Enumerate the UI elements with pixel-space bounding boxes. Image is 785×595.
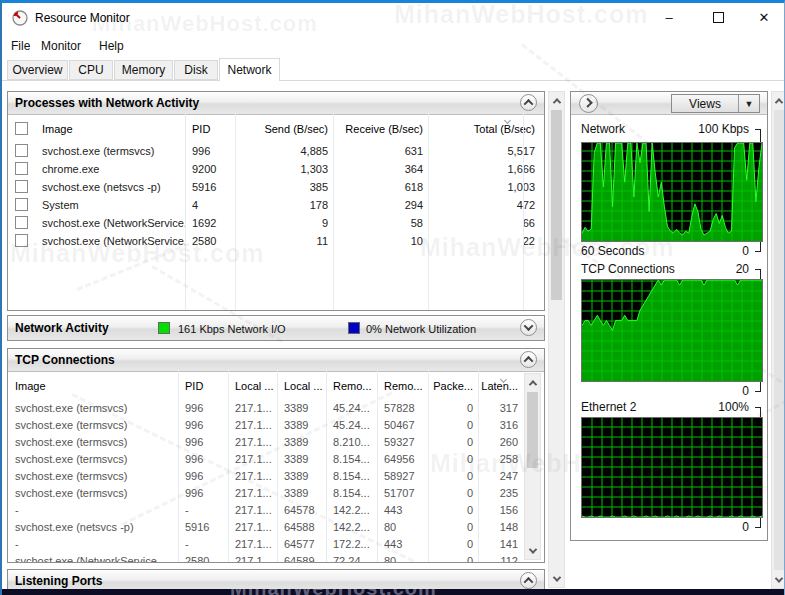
cell-image: svchost.exe (netsvcs -p) [8,521,178,533]
row-checkbox[interactable] [15,180,28,193]
tcp-panel-title: TCP Connections [15,353,115,367]
col-remote-port[interactable]: Remo... [377,380,428,392]
tab-cpu[interactable]: CPU [69,60,113,80]
cell-remote-port: 443 [377,538,428,550]
tcp-row[interactable]: svchost.exe (netsvcs -p) 5916 217.1... 6… [8,518,524,535]
tcp-row[interactable]: - - 217.1... 64578 142.2... 443 0 156 [8,501,524,518]
cell-image: System [35,199,185,211]
scrollbar-thumb[interactable] [527,392,538,468]
col-pid[interactable]: PID [185,123,235,135]
cell-packets: 0 [428,487,478,499]
cell-latency: 141 [478,538,523,550]
tab-disk[interactable]: Disk [174,60,218,80]
cell-remote-address: 8.210... [326,436,377,448]
views-button[interactable]: Views ▼ [671,94,760,113]
col-receive[interactable]: Receive (B/sec) [333,123,428,135]
row-checkbox[interactable] [15,198,28,211]
process-row[interactable]: chrome.exe 9200 1,303 364 1,666 [8,160,544,178]
process-row[interactable]: svchost.exe (netsvcs -p) 5916 385 618 1,… [8,178,544,196]
left-pane-scrollbar[interactable] [548,91,565,588]
select-all-checkbox[interactable] [15,122,28,135]
cell-remote-port: 51707 [377,487,428,499]
scroll-up-button[interactable] [525,374,540,391]
chevron-up-icon [552,98,560,106]
row-checkbox[interactable] [15,216,28,229]
col-remote-address[interactable]: Remo... [326,380,377,392]
scrollbar-thumb[interactable] [551,110,562,300]
graph-xlabel-network: 60 Seconds [581,244,644,258]
scroll-down-button[interactable] [772,571,785,588]
cell-pid: 5916 [185,181,235,193]
scroll-down-button[interactable] [525,542,540,559]
cell-packets: 0 [428,555,478,563]
maximize-icon [713,12,724,23]
scrollbar-thumb[interactable] [774,110,784,570]
tcp-row[interactable]: svchost.exe (termsvcs) 996 217.1... 3389… [8,433,524,450]
process-row[interactable]: svchost.exe (termsvcs) 996 4,885 631 5,5… [8,142,544,160]
process-row[interactable]: svchost.exe (NetworkService... 1692 9 58… [8,214,544,232]
row-checkbox[interactable] [15,234,28,247]
tcp-row[interactable]: svchost.exe (NetworkService... 2580 217.… [8,552,524,562]
tcp-row[interactable]: svchost.exe (termsvcs) 996 217.1... 3389… [8,450,524,467]
cell-pid: 996 [178,487,228,499]
tcp-row[interactable]: - - 217.1... 64577 172.2... 443 0 141 [8,535,524,552]
col-image[interactable]: Image [35,123,185,135]
cell-local-address: 217.1... [228,521,277,533]
col-send[interactable]: Send (B/sec) [235,123,333,135]
cell-pid: 2580 [185,235,235,247]
cell-pid: 996 [178,419,228,431]
collapse-button[interactable] [520,94,537,111]
close-button[interactable]: ✕ [741,3,785,31]
menu-help[interactable]: Help [99,39,124,53]
col-packets[interactable]: Packe... [428,380,478,392]
tcp-row[interactable]: svchost.exe (termsvcs) 996 217.1... 3389… [8,484,524,501]
col-latency[interactable]: Laten... [478,380,523,392]
collapse-button[interactable] [520,572,537,589]
cell-packets: 0 [428,521,478,533]
tab-memory[interactable]: Memory [114,60,173,80]
collapse-button[interactable] [520,351,537,368]
cell-remote-port: 80 [377,555,428,563]
maximize-button[interactable] [695,3,741,31]
row-checkbox[interactable] [15,162,28,175]
cell-send: 385 [235,181,333,193]
row-checkbox[interactable] [15,144,28,157]
graphs-panel: Views ▼ Network 100 Kbps 60 Seconds 0 TC… [570,91,768,541]
cell-image: svchost.exe (netsvcs -p) [35,181,185,193]
menu-monitor[interactable]: Monitor [41,39,81,53]
tcp-row[interactable]: svchost.exe (termsvcs) 996 217.1... 3389… [8,416,524,433]
scroll-up-button[interactable] [549,92,564,109]
process-row[interactable]: System 4 178 294 472 [8,196,544,214]
expand-button[interactable] [520,319,537,336]
col-image[interactable]: Image [8,380,178,392]
cell-local-port: 3389 [277,436,326,448]
cell-local-port: 3389 [277,453,326,465]
chevron-up-icon [528,380,536,388]
col-local-address[interactable]: Local ... [228,380,277,392]
col-pid[interactable]: PID [178,380,228,392]
minimize-button[interactable]: – [646,3,692,31]
right-pane-scrollbar[interactable] [771,91,785,589]
col-local-port[interactable]: Local ... [277,380,326,392]
cell-pid: 1692 [185,217,235,229]
menu-file[interactable]: File [11,39,30,53]
tcp-row[interactable]: svchost.exe (termsvcs) 996 217.1... 3389… [8,399,524,416]
close-icon: ✕ [759,10,770,25]
scroll-down-button[interactable] [549,570,564,587]
tab-overview[interactable]: Overview [7,60,68,80]
graph-max-tcp: 20 [736,262,749,276]
cell-latency: 235 [478,487,523,499]
scroll-up-button[interactable] [772,92,785,109]
process-row[interactable]: svchost.exe (NetworkService... 2580 11 1… [8,232,544,250]
collapse-pane-button[interactable] [579,94,598,113]
tcp-row[interactable]: svchost.exe (termsvcs) 996 217.1... 3389… [8,467,524,484]
cell-pid: 996 [178,470,228,482]
tab-network[interactable]: Network [219,58,280,81]
tcp-scrollbar[interactable] [524,373,541,560]
cell-image: svchost.exe (termsvcs) [8,419,178,431]
cell-image: svchost.exe (NetworkService... [35,217,185,229]
cell-local-port: 3389 [277,419,326,431]
tcp-graph [581,279,763,382]
graphs-panel-header: Views ▼ [571,92,767,115]
dropdown-arrow-icon[interactable]: ▼ [738,95,759,112]
